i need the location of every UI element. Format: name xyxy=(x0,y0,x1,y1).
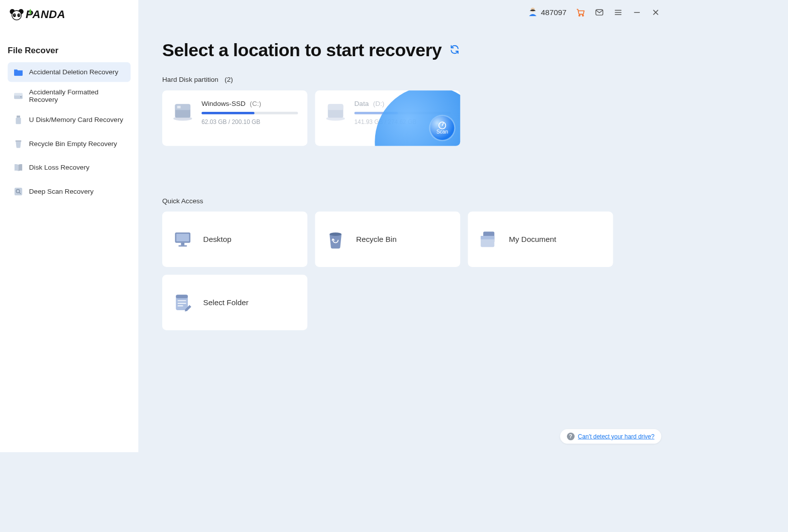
documents-icon xyxy=(478,229,499,249)
quick-card-my-document[interactable]: My Document xyxy=(468,212,613,268)
svg-rect-42 xyxy=(481,236,494,239)
refresh-icon[interactable] xyxy=(449,44,460,56)
help-chip[interactable]: ? Can't detect your hard drive? xyxy=(560,429,661,444)
sidebar-item-label: Accidentally Formatted Recovery xyxy=(29,88,125,104)
partition-name: Windows-SSD xyxy=(201,100,246,107)
leaf-icon xyxy=(28,9,33,16)
progress-fill xyxy=(355,112,398,114)
user-id: 487097 xyxy=(541,8,567,17)
partition-letter: (D:) xyxy=(373,100,385,107)
cart-icon[interactable] xyxy=(576,8,586,17)
trash-icon xyxy=(325,229,346,249)
sidebar-title: File Recover xyxy=(0,25,138,62)
quick-card-select-folder[interactable]: Select Folder xyxy=(162,275,307,330)
svg-rect-37 xyxy=(181,243,184,245)
help-link[interactable]: Can't detect your hard drive? xyxy=(578,433,654,440)
sidebar-item-label: Disk Loss Recovery xyxy=(29,164,89,171)
partitions-row: Windows-SSD (C:) 62.03 GB / 200.10 GB Da… xyxy=(162,90,649,146)
progress-bar xyxy=(201,112,298,114)
edit-file-icon xyxy=(172,292,193,313)
svg-point-6 xyxy=(19,14,20,15)
hdd-icon xyxy=(172,100,194,122)
progress-bar xyxy=(355,112,451,114)
quick-card-recycle-bin[interactable]: Recycle Bin xyxy=(315,212,460,268)
close-icon[interactable] xyxy=(651,8,660,17)
svg-rect-10 xyxy=(17,115,20,117)
svg-rect-44 xyxy=(176,295,188,298)
drive-icon xyxy=(14,91,23,101)
hdd-icon xyxy=(324,100,347,122)
svg-point-18 xyxy=(583,15,584,16)
mail-icon[interactable] xyxy=(595,8,604,17)
svg-rect-32 xyxy=(328,104,344,110)
partitions-label: Hard Disk partition (2) xyxy=(162,76,649,83)
svg-line-34 xyxy=(442,123,443,125)
avatar-icon xyxy=(528,7,537,18)
partition-card-d[interactable]: Data (D:) 141.93 GB / 274.62 GB Scan xyxy=(315,90,460,146)
sidebar-item-deep-scan[interactable]: Deep Scan Recovery xyxy=(8,182,131,201)
svg-rect-8 xyxy=(14,93,23,95)
app-logo: PANDA xyxy=(0,8,138,25)
minimize-icon[interactable] xyxy=(632,8,642,17)
main-content: Select a location to start recovery Hard… xyxy=(138,25,669,452)
svg-rect-13 xyxy=(15,188,22,195)
svg-rect-38 xyxy=(178,245,187,247)
partition-usage: 62.03 GB / 200.10 GB xyxy=(201,118,298,125)
page-title: Select a location to start recovery xyxy=(162,40,442,61)
partitions-count: (2) xyxy=(224,76,233,83)
user-badge[interactable]: 487097 xyxy=(528,7,567,18)
quick-card-label: Recycle Bin xyxy=(356,235,397,244)
menu-icon[interactable] xyxy=(613,8,623,17)
topbar: 487097 xyxy=(138,0,669,25)
svg-rect-11 xyxy=(16,118,21,124)
usb-icon xyxy=(14,115,23,125)
page-title-row: Select a location to start recovery xyxy=(162,40,649,61)
quick-card-desktop[interactable]: Desktop xyxy=(162,212,307,268)
sidebar-item-recycle-bin[interactable]: Recycle Bin Empty Recovery xyxy=(8,134,131,154)
svg-rect-36 xyxy=(176,234,189,241)
scan-button[interactable]: Scan xyxy=(430,116,455,140)
monitor-icon xyxy=(172,229,193,249)
svg-point-39 xyxy=(329,232,342,236)
sidebar-item-disk-loss[interactable]: Disk Loss Recovery xyxy=(8,158,131,178)
quick-access-row: Desktop Recycle Bin My Document Select F… xyxy=(162,212,649,330)
svg-point-5 xyxy=(15,14,16,15)
sidebar-item-label: Accidental Deletion Recovery xyxy=(29,68,119,76)
quick-access-label: Quick Access xyxy=(162,197,649,205)
sidebar-item-formatted[interactable]: Accidentally Formatted Recovery xyxy=(8,86,131,106)
quick-card-label: Desktop xyxy=(203,235,232,244)
sidebar-list: Accidental Deletion Recovery Accidentall… xyxy=(0,62,138,201)
trash-icon xyxy=(14,139,23,149)
folder-icon xyxy=(14,67,23,77)
book-icon xyxy=(14,163,23,173)
svg-rect-12 xyxy=(16,141,22,142)
svg-point-4 xyxy=(18,13,21,17)
sidebar-item-udisk[interactable]: U Disk/Memory Card Recovery xyxy=(8,110,131,129)
progress-fill xyxy=(201,112,255,114)
partitions-label-text: Hard Disk partition xyxy=(162,76,218,83)
sidebar-item-label: U Disk/Memory Card Recovery xyxy=(29,116,123,123)
sidebar-item-label: Deep Scan Recovery xyxy=(29,188,94,195)
panda-icon xyxy=(10,9,24,21)
quick-card-label: My Document xyxy=(509,235,556,244)
help-icon: ? xyxy=(567,433,575,440)
sidebar-item-accidental-deletion[interactable]: Accidental Deletion Recovery xyxy=(8,62,131,82)
svg-point-3 xyxy=(13,13,16,17)
sidebar-item-label: Recycle Bin Empty Recovery xyxy=(29,140,117,148)
scan-icon xyxy=(14,187,23,196)
partition-card-c[interactable]: Windows-SSD (C:) 62.03 GB / 200.10 GB xyxy=(162,90,307,146)
svg-point-9 xyxy=(21,96,22,97)
partition-name: Data xyxy=(355,100,369,107)
svg-rect-29 xyxy=(177,106,181,108)
partition-letter: (C:) xyxy=(250,100,261,107)
quick-card-label: Select Folder xyxy=(203,298,249,307)
sidebar: PANDA File Recover Accidental Deletion R… xyxy=(0,0,138,452)
svg-point-17 xyxy=(579,15,580,16)
